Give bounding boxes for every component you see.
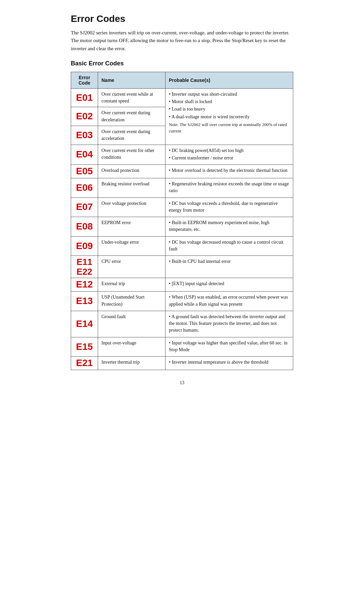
col-header-name: Name (98, 72, 165, 88)
error-code-label-2: E22 (77, 267, 92, 277)
error-name-cell: Inverter thermal trip (98, 357, 165, 370)
error-codes-table: ErrorCode Name Probable Cause(s) E01Over… (71, 72, 293, 370)
section-subtitle: Basic Error Codes (71, 60, 293, 67)
error-code-label: E07 (76, 202, 93, 212)
error-code-cell: E03 (71, 126, 98, 145)
error-cause-cell: [EXT] input signal detected (165, 278, 293, 292)
table-row: E14Ground faultA ground fault was detect… (71, 311, 293, 337)
error-name-cell: Braking resistor overload (98, 178, 165, 198)
error-name-cell: Over current event during acceleration (98, 126, 165, 145)
error-code-cell: E01 (71, 88, 98, 107)
error-code-label: E15 (76, 342, 93, 352)
error-name-cell: Input over-voltage (98, 337, 165, 357)
error-name-cell: EEPROM error (98, 217, 165, 237)
error-code-cell: E05 (71, 165, 98, 178)
table-row: E15Input over-voltageInput voltage was h… (71, 337, 293, 357)
error-cause-cell: Inverter internal temperature is above t… (165, 357, 293, 370)
error-cause-cell: Regenerative braking resistor exceeds th… (165, 178, 293, 198)
error-code-cell: E14 (71, 311, 98, 337)
table-row: E05Overload protectionMotor overload is … (71, 165, 293, 178)
page-title: Error Codes (71, 13, 293, 24)
error-cause-cell: DC braking power(A054) set too highCurre… (165, 145, 293, 165)
error-code-label: E06 (76, 183, 93, 193)
col-header-code: ErrorCode (71, 72, 98, 88)
error-code-label: E02 (76, 111, 93, 122)
error-cause-cell: When (USP) was enabled, an error occurre… (165, 292, 293, 311)
error-cause-cell: DC bus voltage exceeds a threshold, due … (165, 198, 293, 217)
error-code-cell: E11E22 (71, 256, 98, 278)
error-cause-cell: Motor overload is detected by the electr… (165, 165, 293, 178)
error-name-cell: External trip (98, 278, 165, 292)
error-code-label: E03 (76, 130, 93, 141)
error-name-cell: Over current event for other conditions (98, 145, 165, 165)
table-row: E08EEPROM errorBuilt-in EEPROM memory ex… (71, 217, 293, 237)
error-name-cell: Over voltage protection (98, 198, 165, 217)
error-name-cell: Over current event while at constant spe… (98, 88, 165, 107)
error-code-label: E05 (76, 166, 93, 177)
error-code-label: E04 (76, 149, 93, 160)
error-name-cell: Overload protection (98, 165, 165, 178)
table-row: E21Inverter thermal tripInverter interna… (71, 357, 293, 370)
error-code-cell: E21 (71, 357, 98, 370)
table-row: E01Over current event while at constant … (71, 88, 293, 107)
error-cause-cell: DC bus voltage decreased enough to cause… (165, 236, 293, 256)
error-code-cell: E04 (71, 145, 98, 165)
error-name-cell: Ground fault (98, 311, 165, 337)
col-header-cause: Probable Cause(s) (165, 72, 293, 88)
error-code-label: E09 (76, 241, 93, 251)
error-code-label: E08 (76, 221, 93, 232)
error-code-label: E12 (76, 279, 93, 290)
error-code-cell: E12 (71, 278, 98, 292)
error-cause-cell: Built-in EEPROM memory experienced noise… (165, 217, 293, 237)
error-code-cell: E08 (71, 217, 98, 237)
error-code-cell: E07 (71, 198, 98, 217)
error-code-cell: E09 (71, 236, 98, 256)
table-row: E09Under-voltage errorDC bus voltage dec… (71, 236, 293, 256)
page-number: 13 (71, 380, 293, 386)
error-cause-cell: Input voltage was higher than specified … (165, 337, 293, 357)
error-code-cell: E13 (71, 292, 98, 311)
error-name-cell: CPU error (98, 256, 165, 278)
table-row: E06Braking resistor overloadRegenerative… (71, 178, 293, 198)
table-row: E11E22CPU errorBuilt-in CPU had internal… (71, 256, 293, 278)
error-name-cell: Under-voltage error (98, 236, 165, 256)
error-code-label: E11 (77, 257, 92, 267)
table-row: E13USP (Unattended Start Protection)When… (71, 292, 293, 311)
intro-paragraph: The SJ2002 series inverters will trip on… (71, 29, 293, 53)
error-cause-cell: Inverter output was short-circuitedMotor… (165, 88, 293, 145)
error-code-label: E13 (76, 296, 93, 306)
error-code-label: E14 (76, 319, 93, 329)
error-code-cell: E02 (71, 107, 98, 126)
error-cause-cell: Built-in CPU had internal error (165, 256, 293, 278)
error-cause-cell: A ground fault was detected between the … (165, 311, 293, 337)
error-code-label: E01 (76, 93, 93, 103)
table-row: E07Over voltage protectionDC bus voltage… (71, 198, 293, 217)
error-name-cell: USP (Unattended Start Protection) (98, 292, 165, 311)
error-name-cell: Over current event during deceleration (98, 107, 165, 126)
error-code-cell: E06 (71, 178, 98, 198)
error-code-cell: E15 (71, 337, 98, 357)
error-code-label: E21 (76, 358, 93, 368)
table-row: E04Over current event for other conditio… (71, 145, 293, 165)
table-row: E12External trip[EXT] input signal detec… (71, 278, 293, 292)
